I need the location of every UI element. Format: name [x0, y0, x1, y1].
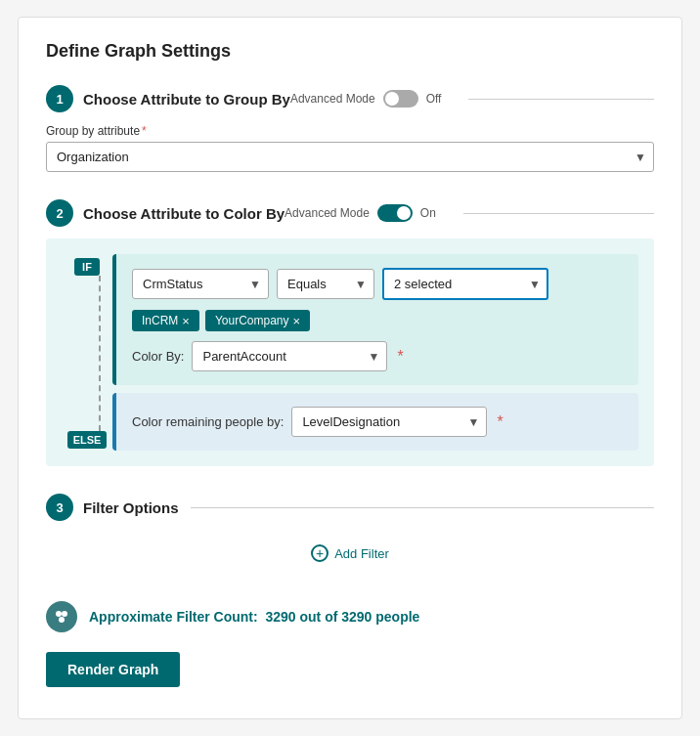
add-filter-label: Add Filter: [334, 546, 389, 561]
section1-toggle[interactable]: [383, 90, 418, 108]
section3-header: 3 Filter Options: [46, 494, 654, 521]
add-filter-circle-icon: +: [311, 544, 328, 562]
else-color-select-wrapper: LevelDesignation Department Team ▼: [291, 407, 487, 437]
section1-title: Choose Attribute to Group By: [83, 91, 290, 108]
else-color-select[interactable]: LevelDesignation Department Team: [291, 407, 487, 437]
section2-title: Choose Attribute to Color By: [83, 205, 284, 222]
value-select[interactable]: 2 selected: [382, 268, 548, 300]
else-label-text: Color remaining people by:: [132, 414, 284, 429]
else-label: ELSE: [67, 431, 108, 449]
step-badge-3: 3: [46, 494, 73, 521]
advanced-panel: IF ELSE CrmStatus Department Or: [46, 238, 654, 466]
attribute-select[interactable]: CrmStatus Department Organization: [132, 269, 269, 299]
section3-title: Filter Options: [83, 499, 179, 516]
color-by-select-wrapper: ParentAccount Department Team ▼: [192, 341, 387, 371]
operator-select-wrapper: Equals Not Equals Contains ▼: [277, 269, 374, 299]
section2-toggle-state: On: [420, 206, 436, 220]
else-required: *: [497, 413, 503, 431]
section1-field-label: Group by attribute*: [46, 124, 654, 138]
tag-incrm: InCRM ×: [132, 310, 199, 331]
tags-row: InCRM × YourCompany ×: [132, 310, 623, 331]
section-filter: 3 Filter Options + Add Filter: [46, 494, 654, 570]
if-label: IF: [74, 258, 100, 276]
filter-count-text: Approximate Filter Count: 3290 out of 32…: [89, 609, 419, 625]
section1-content: Group by attribute* Organization Departm…: [46, 124, 654, 172]
section1-advanced-mode-label: Advanced Mode: [290, 92, 375, 106]
section1-toggle-thumb: [385, 92, 399, 106]
svg-point-2: [59, 617, 65, 623]
group-by-select[interactable]: Organization Department Team Location: [46, 142, 654, 172]
section1-header: 1 Choose Attribute to Group By Advanced …: [46, 85, 654, 112]
add-filter-button[interactable]: + Add Filter: [311, 541, 389, 566]
value-select-wrapper: 2 selected ▼: [382, 268, 548, 300]
blocks-col: CrmStatus Department Organization ▼ Equa…: [112, 254, 638, 451]
section2-advanced-mode-label: Advanced Mode: [284, 206, 370, 220]
tag-yourcompany: YourCompany ×: [205, 310, 310, 331]
if-else-container: IF ELSE CrmStatus Department Or: [62, 254, 638, 451]
left-rail: IF ELSE: [62, 254, 112, 451]
color-by-select[interactable]: ParentAccount Department Team: [192, 341, 387, 371]
operator-select[interactable]: Equals Not Equals Contains: [277, 269, 374, 299]
tag-yourcompany-remove[interactable]: ×: [293, 315, 301, 327]
filter-count-badge-icon: [46, 601, 77, 632]
section1-select-wrapper: Organization Department Team Location ▼: [46, 142, 654, 172]
rail-dashed: [99, 276, 101, 431]
attribute-select-wrapper: CrmStatus Department Organization ▼: [132, 269, 269, 299]
main-card: Define Graph Settings 1 Choose Attribute…: [18, 17, 682, 719]
step-badge-1: 1: [46, 85, 73, 112]
svg-point-0: [56, 611, 62, 617]
section-group-by: 1 Choose Attribute to Group By Advanced …: [46, 85, 654, 172]
section2-advanced-mode: Advanced Mode On: [284, 204, 436, 222]
color-by-required: *: [397, 348, 403, 366]
else-panel: Color remaining people by: LevelDesignat…: [112, 393, 638, 451]
color-by-label: Color By:: [132, 349, 184, 364]
svg-point-1: [62, 611, 67, 617]
section1-advanced-mode: Advanced Mode Off: [290, 90, 442, 108]
section-color-by: 2 Choose Attribute to Color By Advanced …: [46, 199, 654, 466]
tag-incrm-remove[interactable]: ×: [182, 315, 190, 327]
condition-row: CrmStatus Department Organization ▼ Equa…: [132, 268, 623, 300]
filter-count-row: Approximate Filter Count: 3290 out of 32…: [46, 597, 654, 632]
color-by-row: Color By: ParentAccount Department Team …: [132, 341, 623, 371]
section2-toggle-thumb: [397, 206, 411, 220]
section2-toggle[interactable]: [377, 204, 413, 222]
step-badge-2: 2: [46, 199, 73, 227]
section1-toggle-state: Off: [426, 92, 442, 106]
page-title: Define Graph Settings: [46, 41, 654, 62]
filter-count-value: 3290 out of 3290 people: [265, 609, 419, 625]
render-graph-button[interactable]: Render Graph: [46, 652, 180, 687]
tag-yourcompany-label: YourCompany: [215, 314, 289, 327]
tag-incrm-label: InCRM: [142, 314, 178, 327]
section2-header: 2 Choose Attribute to Color By Advanced …: [46, 199, 654, 227]
if-panel: CrmStatus Department Organization ▼ Equa…: [112, 254, 638, 385]
add-filter-wrapper: + Add Filter: [46, 533, 654, 570]
